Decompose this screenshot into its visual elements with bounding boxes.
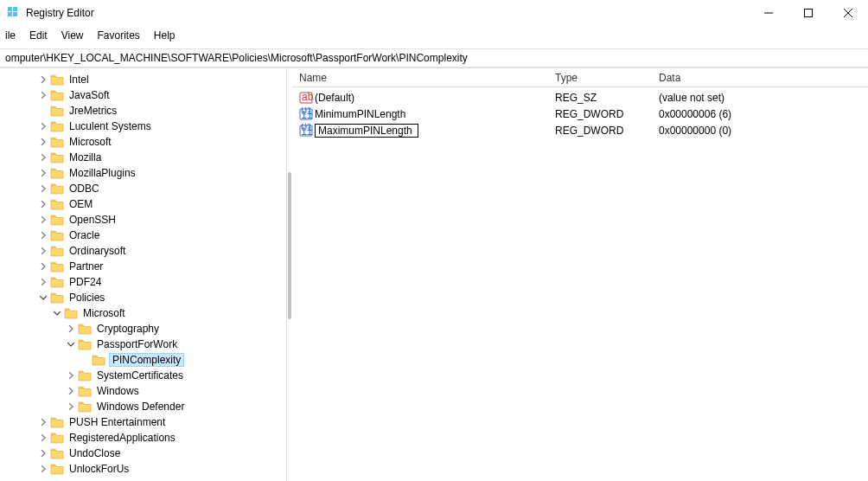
chevron-down-icon[interactable]	[52, 308, 62, 318]
folder-icon	[50, 105, 64, 117]
tree-item[interactable]: UnlockForUs	[0, 461, 286, 477]
tree-item-label: Windows	[95, 385, 141, 397]
tree-item-label: ODBC	[67, 183, 101, 195]
tree-item[interactable]: PassportForWork	[0, 337, 286, 352]
col-header-type[interactable]: Type	[548, 72, 652, 84]
app-icon	[7, 6, 21, 20]
menu-favorites[interactable]: Favorites	[96, 28, 149, 43]
maximize-button[interactable]	[788, 0, 828, 26]
values-pane[interactable]: Name Type Data ab(Default)REG_SZ(value n…	[292, 68, 868, 481]
chevron-none	[80, 355, 90, 365]
chevron-right-icon[interactable]	[38, 417, 48, 427]
tree-item[interactable]: UndoClose	[0, 446, 286, 461]
chevron-right-icon[interactable]	[66, 324, 76, 334]
tree-item[interactable]: Cryptography	[0, 321, 286, 337]
chevron-right-icon[interactable]	[38, 168, 48, 178]
svg-text:ab: ab	[302, 91, 313, 103]
chevron-right-icon[interactable]	[38, 121, 48, 131]
folder-icon	[50, 229, 64, 241]
tree-item[interactable]: Oracle	[0, 228, 286, 243]
chevron-right-icon[interactable]	[38, 90, 48, 100]
chevron-down-icon[interactable]	[66, 339, 76, 350]
tree-item-label: PINComplexity	[109, 353, 184, 367]
chevron-right-icon[interactable]	[38, 74, 48, 85]
svg-rect-4	[13, 12, 17, 16]
folder-icon	[78, 323, 92, 335]
tree-item[interactable]: Mozilla	[0, 150, 286, 165]
col-header-name[interactable]: Name	[292, 72, 548, 84]
tree-item-label: JavaSoft	[67, 89, 112, 101]
tree-item[interactable]: OpenSSH	[0, 212, 286, 228]
menu-edit[interactable]: Edit	[28, 28, 56, 43]
chevron-right-icon[interactable]	[38, 261, 48, 272]
tree-item[interactable]: OEM	[0, 196, 286, 212]
tree-item[interactable]: MozillaPlugins	[0, 165, 286, 181]
menu-file[interactable]: ile	[3, 28, 24, 43]
tree-item-label: Mozilla	[67, 151, 103, 164]
tree-item[interactable]: PINComplexity	[0, 352, 286, 368]
value-data: 0x00000006 (6)	[652, 108, 868, 120]
tree-item[interactable]: Intel	[0, 72, 286, 87]
chevron-down-icon[interactable]	[38, 292, 48, 303]
folder-icon	[50, 447, 64, 459]
value-name: MinimumPINLength	[315, 108, 405, 120]
folder-icon	[50, 276, 64, 288]
folder-icon	[50, 245, 64, 257]
tree-item[interactable]: Ordinarysoft	[0, 243, 286, 259]
tree-item[interactable]: JreMetrics	[0, 103, 286, 119]
tree-item[interactable]: PUSH Entertainment	[0, 414, 286, 430]
tree-item[interactable]: Luculent Systems	[0, 119, 286, 134]
folder-icon	[50, 260, 64, 273]
folder-icon	[78, 385, 92, 397]
value-row[interactable]: ab(Default)REG_SZ(value not set)	[292, 89, 868, 106]
chevron-right-icon[interactable]	[66, 386, 76, 396]
address-bar[interactable]: omputer\HKEY_LOCAL_MACHINE\SOFTWARE\Poli…	[0, 48, 868, 67]
chevron-right-icon[interactable]	[38, 448, 48, 459]
tree-item[interactable]: ODBC	[0, 181, 286, 196]
tree-item[interactable]: Policies	[0, 290, 286, 305]
chevron-right-icon[interactable]	[66, 370, 76, 381]
value-row[interactable]: 011110REG_DWORD0x00000000 (0)	[292, 122, 868, 138]
chevron-right-icon[interactable]	[38, 199, 48, 209]
menu-view[interactable]: View	[60, 28, 93, 43]
chevron-right-icon[interactable]	[38, 433, 48, 443]
tree-item-label: UndoClose	[67, 447, 122, 459]
close-button[interactable]	[828, 0, 868, 26]
tree-item[interactable]: RegisteredApplications	[0, 430, 286, 446]
tree-item[interactable]: Microsoft	[0, 305, 286, 321]
folder-icon	[50, 463, 64, 475]
tree-item[interactable]: Windows	[0, 383, 286, 399]
tree-item[interactable]: JavaSoft	[0, 87, 286, 103]
tree-item[interactable]: Microsoft	[0, 134, 286, 150]
chevron-right-icon[interactable]	[38, 183, 48, 194]
tree-item[interactable]: PDF24	[0, 274, 286, 290]
tree-item[interactable]: Windows Defender	[0, 399, 286, 414]
chevron-right-icon[interactable]	[38, 152, 48, 163]
chevron-right-icon[interactable]	[66, 401, 76, 412]
menu-help[interactable]: Help	[152, 28, 184, 43]
value-type: REG_DWORD	[548, 108, 652, 120]
folder-icon	[50, 432, 64, 444]
value-name-edit[interactable]	[315, 124, 418, 138]
folder-icon	[50, 292, 64, 304]
chevron-right-icon[interactable]	[38, 277, 48, 287]
svg-rect-3	[8, 12, 12, 16]
value-row[interactable]: 011110MinimumPINLengthREG_DWORD0x0000000…	[292, 106, 868, 122]
splitter[interactable]	[287, 68, 292, 481]
minimize-button[interactable]	[749, 0, 788, 26]
col-header-data[interactable]: Data	[652, 72, 868, 84]
chevron-right-icon[interactable]	[38, 246, 48, 256]
tree-item[interactable]: SystemCertificates	[0, 368, 286, 383]
folder-icon	[50, 136, 64, 148]
tree-item-label: Intel	[67, 74, 91, 86]
chevron-right-icon[interactable]	[38, 137, 48, 147]
list-header: Name Type Data	[292, 68, 868, 87]
chevron-right-icon[interactable]	[38, 464, 48, 474]
value-name: (Default)	[315, 92, 354, 104]
value-data: (value not set)	[652, 92, 868, 104]
tree-item[interactable]: Partner	[0, 259, 286, 274]
chevron-right-icon[interactable]	[38, 215, 48, 225]
chevron-right-icon[interactable]	[38, 230, 48, 240]
tree-item-label: Microsoft	[67, 136, 113, 148]
tree-pane[interactable]: IntelJavaSoftJreMetricsLuculent SystemsM…	[0, 68, 287, 481]
